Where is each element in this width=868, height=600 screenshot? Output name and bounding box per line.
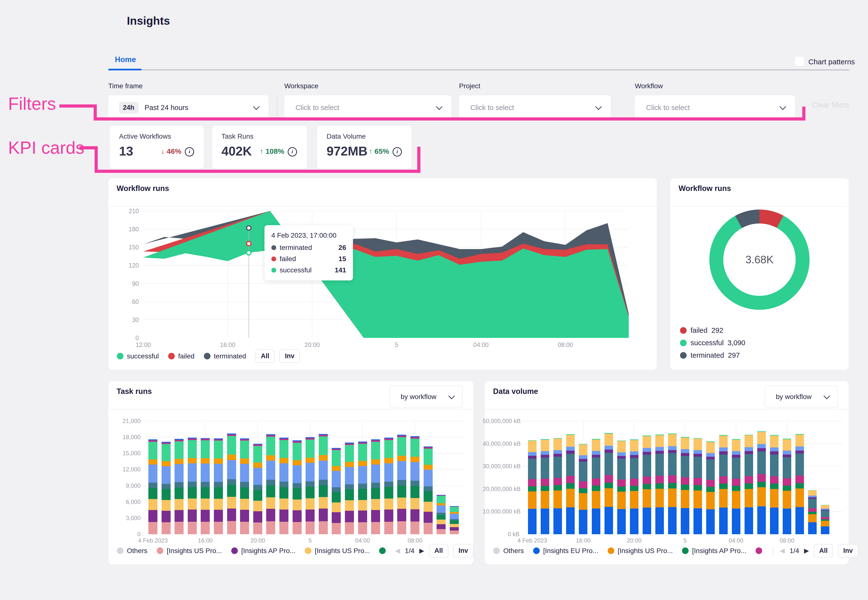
stacked-bar[interactable] — [174, 439, 184, 534]
donut-legend-item[interactable]: successful3,090 — [680, 339, 745, 347]
stacked-bar[interactable] — [384, 438, 393, 534]
data-volume-groupby-dropdown[interactable]: by workflow — [765, 386, 838, 408]
workspace-select[interactable]: Click to select — [284, 95, 451, 120]
stacked-bar[interactable] — [305, 437, 315, 534]
all-button[interactable]: All — [429, 544, 448, 558]
stacked-bar[interactable] — [240, 438, 249, 534]
stacked-bar[interactable] — [332, 448, 341, 534]
legend-item[interactable]: [Insights EU Pro... — [533, 547, 598, 555]
chart-patterns-checkbox[interactable] — [795, 57, 804, 66]
stacked-bar[interactable] — [706, 441, 715, 534]
stacked-bar[interactable] — [201, 438, 210, 534]
stacked-bar[interactable] — [630, 439, 638, 534]
legend-item[interactable]: [Insights US Pro... — [305, 547, 370, 555]
bar-segment — [655, 476, 664, 483]
bar-segment — [694, 478, 702, 485]
stacked-bar[interactable] — [410, 436, 419, 534]
stacked-bar[interactable] — [783, 439, 791, 534]
stacked-bar[interactable] — [541, 439, 549, 534]
x-tick-label: 04:00 — [717, 537, 756, 544]
legend-item[interactable]: successful — [117, 352, 159, 360]
stacked-bar[interactable] — [668, 433, 677, 534]
inv-button[interactable]: Inv — [453, 544, 473, 558]
stacked-bar[interactable] — [253, 444, 262, 534]
info-icon[interactable]: i — [393, 147, 402, 156]
bar-segment — [345, 484, 354, 489]
stacked-bar[interactable] — [358, 442, 367, 534]
project-select[interactable]: Click to select — [459, 95, 611, 120]
stacked-bar[interactable] — [605, 433, 613, 534]
inv-button[interactable]: Inv — [280, 349, 300, 363]
stacked-bar[interactable] — [579, 444, 587, 534]
stacked-bar[interactable] — [770, 435, 779, 534]
stacked-bar[interactable] — [293, 440, 302, 534]
donut-legend-item[interactable]: terminated297 — [680, 352, 745, 359]
stacked-bar[interactable] — [566, 434, 575, 534]
all-button[interactable]: All — [814, 544, 833, 558]
stacked-bar[interactable] — [345, 442, 354, 534]
stacked-bar[interactable] — [266, 434, 275, 534]
stacked-bar[interactable] — [214, 438, 223, 534]
bar-segment — [332, 450, 341, 466]
legend-item[interactable]: [Insights US Pro... — [157, 547, 222, 555]
stacked-bar[interactable] — [719, 435, 728, 534]
task-runs-bar-chart[interactable]: 03,0006,0009,00012,00015,00018,00021,000… — [144, 421, 464, 534]
stacked-bar[interactable] — [757, 431, 766, 534]
info-icon[interactable]: i — [185, 147, 194, 156]
legend-item[interactable]: failed — [168, 352, 195, 360]
stacked-bar[interactable] — [694, 438, 702, 534]
stacked-bar[interactable] — [423, 447, 432, 534]
info-icon[interactable]: i — [288, 147, 297, 156]
workflow-runs-area-chart[interactable] — [143, 211, 629, 338]
tab-home[interactable]: Home — [115, 55, 136, 64]
data-volume-bar-chart[interactable]: 0 kB10,000,000 kB20,000,000 kB30,000,000… — [523, 421, 842, 534]
pagination-next-icon[interactable]: ▶ — [804, 547, 809, 555]
stacked-bar[interactable] — [319, 434, 328, 534]
bar-segment — [732, 455, 740, 458]
stacked-bar[interactable] — [280, 438, 289, 534]
stacked-bar[interactable] — [617, 441, 626, 534]
inv-button[interactable]: Inv — [838, 544, 858, 558]
donut-legend-item[interactable]: failed292 — [680, 326, 745, 335]
legend-item[interactable]: [Insights AP Pro... — [682, 547, 746, 555]
legend-item[interactable]: [Insights US Pro... — [608, 547, 673, 555]
stacked-bar[interactable] — [744, 435, 753, 534]
stacked-bar[interactable] — [437, 495, 446, 534]
stacked-bar[interactable] — [681, 437, 689, 534]
stacked-bar[interactable] — [592, 439, 600, 534]
legend-item[interactable]: Others — [117, 547, 147, 555]
workflow-runs-title: Workflow runs — [116, 184, 169, 193]
legend-item[interactable] — [756, 547, 762, 554]
stacked-bar[interactable] — [795, 434, 804, 534]
stacked-bar[interactable] — [162, 442, 171, 534]
stacked-bar[interactable] — [371, 439, 380, 534]
pagination-prev-icon[interactable]: ◀ — [395, 547, 400, 555]
stacked-bar[interactable] — [397, 435, 406, 534]
bar-segment — [744, 483, 753, 489]
stacked-bar[interactable] — [227, 433, 236, 534]
all-button[interactable]: All — [256, 349, 275, 363]
task-runs-groupby-dropdown[interactable]: by workflow — [389, 386, 463, 408]
legend-item[interactable]: Others — [493, 547, 524, 555]
stacked-bar[interactable] — [188, 438, 197, 534]
stacked-bar[interactable] — [655, 435, 664, 534]
bar-segment — [744, 454, 753, 476]
stacked-bar[interactable] — [450, 506, 459, 534]
pagination-label: 1/4 — [405, 547, 414, 555]
pagination-prev-icon[interactable]: ◀ — [780, 547, 785, 555]
stacked-bar[interactable] — [553, 438, 562, 534]
stacked-bar[interactable] — [808, 490, 817, 534]
workflow-runs-donut[interactable]: 3.68K — [709, 209, 810, 310]
clear-filters-button[interactable]: Clear filters — [812, 101, 849, 109]
pagination-next-icon[interactable]: ▶ — [419, 547, 424, 555]
stacked-bar[interactable] — [732, 439, 740, 534]
stacked-bar[interactable] — [643, 435, 651, 534]
legend-item[interactable]: [Insights AP Pro... — [231, 547, 295, 555]
time-frame-select[interactable]: 24h Past 24 hours — [108, 95, 268, 120]
stacked-bar[interactable] — [821, 505, 829, 534]
stacked-bar[interactable] — [528, 440, 537, 534]
legend-item[interactable]: terminated — [204, 352, 246, 360]
stacked-bar[interactable] — [148, 439, 157, 534]
legend-item[interactable] — [379, 547, 386, 554]
workflow-select[interactable]: Click to select — [635, 95, 795, 120]
